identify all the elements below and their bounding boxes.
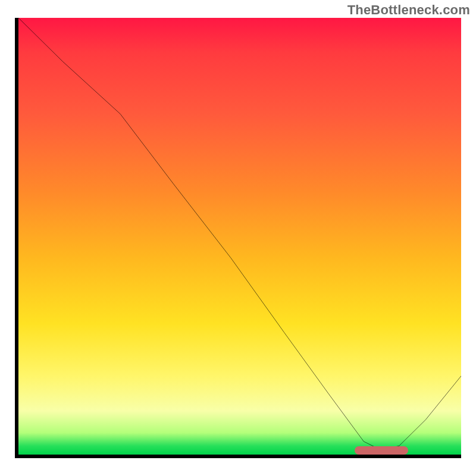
bottleneck-curve-path	[18, 18, 461, 450]
optimal-range-marker	[355, 446, 408, 455]
plot-area	[15, 18, 461, 458]
attribution-label: TheBottleneck.com	[347, 2, 470, 18]
chart-container: TheBottleneck.com	[0, 0, 476, 476]
curve-svg	[18, 18, 461, 455]
